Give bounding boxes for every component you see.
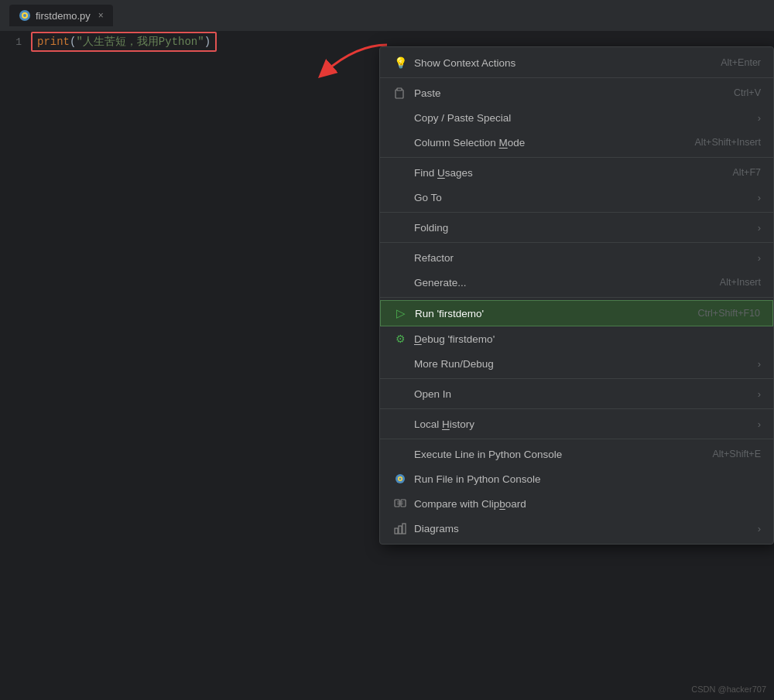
menu-label-diagrams: Diagrams xyxy=(414,523,752,534)
menu-item-refactor[interactable]: Refactor › xyxy=(380,245,773,270)
title-bar: firstdemo.py × xyxy=(0,0,774,31)
menu-item-show-context-actions[interactable]: 💡 Show Context Actions Alt+Enter xyxy=(380,50,773,75)
menu-item-paste[interactable]: Paste Ctrl+V xyxy=(380,80,773,105)
svg-point-2 xyxy=(23,14,26,17)
compare-icon xyxy=(392,496,408,511)
menu-label-debug-firstdemo: Debug 'firstdemo' xyxy=(414,333,761,345)
shortcut-find-usages: Alt+F7 xyxy=(733,167,761,178)
divider-1 xyxy=(380,77,773,78)
menu-item-column-selection[interactable]: Column Selection Mode Alt+Shift+Insert xyxy=(380,130,773,155)
svg-rect-12 xyxy=(395,528,398,534)
menu-label-execute-line: Execute Line in Python Console xyxy=(414,449,697,460)
divider-7 xyxy=(380,408,773,409)
code-content: print("人生苦短，我用Python") xyxy=(31,32,217,52)
menu-item-debug-firstdemo[interactable]: ⚙ Debug 'firstdemo' xyxy=(380,326,773,351)
paste-icon xyxy=(392,85,408,101)
tab-label: firstdemo.py xyxy=(36,10,91,22)
watermark: CSDN @hacker707 xyxy=(691,685,766,694)
divider-6 xyxy=(380,378,773,379)
editor-tab[interactable]: firstdemo.py × xyxy=(9,5,113,26)
menu-label-paste: Paste xyxy=(414,87,718,99)
find-icon xyxy=(392,165,408,180)
keyword-print: print xyxy=(37,36,70,48)
menu-item-run-firstdemo[interactable]: ▷ Run 'firstdemo' Ctrl+Shift+F10 xyxy=(380,300,773,326)
shortcut-show-context-actions: Alt+Enter xyxy=(721,57,761,68)
svg-rect-14 xyxy=(402,524,406,534)
divider-2 xyxy=(380,157,773,158)
arrow-go-to: › xyxy=(758,192,761,203)
arrow-local-history: › xyxy=(758,418,761,430)
column-icon xyxy=(392,135,408,150)
more-run-icon xyxy=(392,356,408,371)
run-play-icon: ▷ xyxy=(393,306,409,321)
diagrams-icon xyxy=(392,521,408,536)
lightbulb-icon: 💡 xyxy=(392,55,408,70)
svg-rect-9 xyxy=(401,500,406,507)
menu-label-open-in: Open In xyxy=(414,388,752,400)
folding-icon xyxy=(392,220,408,235)
svg-rect-8 xyxy=(395,500,399,507)
arrow-more-run-debug: › xyxy=(758,358,761,370)
menu-label-folding: Folding xyxy=(414,222,752,234)
selected-code-box: print("人生苦短，我用Python") xyxy=(31,32,217,52)
shortcut-column-selection: Alt+Shift+Insert xyxy=(695,137,761,148)
shortcut-execute-line: Alt+Shift+E xyxy=(712,449,761,459)
menu-item-go-to[interactable]: Go To › xyxy=(380,185,773,210)
generate-icon xyxy=(392,275,408,290)
context-menu: 💡 Show Context Actions Alt+Enter Paste C… xyxy=(379,46,774,545)
menu-label-refactor: Refactor xyxy=(414,252,752,264)
menu-label-show-context-actions: Show Context Actions xyxy=(414,57,705,69)
shortcut-run-firstdemo: Ctrl+Shift+F10 xyxy=(697,308,760,319)
refactor-icon xyxy=(392,250,408,265)
tab-close-button[interactable]: × xyxy=(98,10,104,21)
arrow-open-in: › xyxy=(758,388,761,400)
shortcut-generate: Alt+Insert xyxy=(720,277,761,288)
menu-label-go-to: Go To xyxy=(414,192,752,203)
menu-item-find-usages[interactable]: Find Usages Alt+F7 xyxy=(380,160,773,185)
menu-item-copy-paste-special[interactable]: Copy / Paste Special › xyxy=(380,105,773,130)
editor-area: 1 print("人生苦短，我用Python") 💡 Show Context … xyxy=(0,31,774,700)
goto-icon xyxy=(392,190,408,205)
menu-item-folding[interactable]: Folding › xyxy=(380,215,773,240)
menu-item-execute-line[interactable]: Execute Line in Python Console Alt+Shift… xyxy=(380,442,773,466)
arrow-copy-paste: › xyxy=(758,112,761,124)
menu-item-compare-clipboard[interactable]: Compare with Clipboard xyxy=(380,491,773,516)
arrow-refactor: › xyxy=(758,252,761,264)
menu-label-copy-paste-special: Copy / Paste Special xyxy=(414,112,752,124)
shortcut-paste: Ctrl+V xyxy=(734,87,761,98)
code-line-1: 1 print("人生苦短，我用Python") xyxy=(0,31,379,53)
menu-label-compare-clipboard: Compare with Clipboard xyxy=(414,498,761,510)
menu-label-run-firstdemo: Run 'firstdemo' xyxy=(415,308,682,319)
menu-label-local-history: Local History xyxy=(414,418,752,430)
arrow-folding: › xyxy=(758,222,761,234)
menu-label-more-run-debug: More Run/Debug xyxy=(414,358,752,370)
divider-3 xyxy=(380,212,773,213)
divider-8 xyxy=(380,439,773,439)
local-history-icon xyxy=(392,416,408,432)
menu-item-run-file-console[interactable]: Run File in Python Console xyxy=(380,466,773,491)
menu-item-diagrams[interactable]: Diagrams › xyxy=(380,516,773,541)
svg-rect-3 xyxy=(396,90,403,98)
svg-rect-4 xyxy=(397,88,402,90)
svg-rect-13 xyxy=(399,526,402,534)
divider-5 xyxy=(380,297,773,298)
line-number: 1 xyxy=(0,36,31,48)
debug-icon: ⚙ xyxy=(392,331,408,347)
menu-label-run-file-console: Run File in Python Console xyxy=(414,473,761,485)
editor-pane[interactable]: 1 print("人生苦短，我用Python") xyxy=(0,31,379,700)
menu-item-local-history[interactable]: Local History › xyxy=(380,411,773,436)
python-icon xyxy=(19,9,31,22)
arrow-diagrams: › xyxy=(758,523,761,534)
menu-item-open-in[interactable]: Open In › xyxy=(380,381,773,406)
divider-4 xyxy=(380,242,773,243)
menu-label-generate: Generate... xyxy=(414,277,704,289)
menu-item-more-run-debug[interactable]: More Run/Debug › xyxy=(380,351,773,376)
menu-item-generate[interactable]: Generate... Alt+Insert xyxy=(380,270,773,295)
python-run-icon xyxy=(392,471,408,487)
execute-icon xyxy=(392,446,408,462)
open-in-icon xyxy=(392,386,408,401)
menu-label-find-usages: Find Usages xyxy=(414,167,717,179)
copy-paste-icon xyxy=(392,110,408,125)
svg-point-7 xyxy=(399,478,402,480)
menu-label-column-selection: Column Selection Mode xyxy=(414,137,680,149)
